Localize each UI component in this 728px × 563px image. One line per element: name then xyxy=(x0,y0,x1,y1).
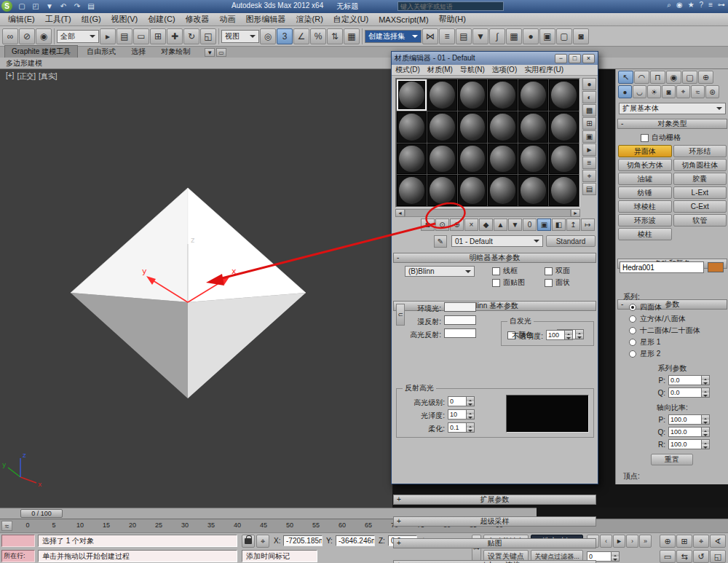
redo-icon[interactable]: ↷ xyxy=(71,1,83,12)
face-map-checkbox[interactable]: 面贴图 xyxy=(492,277,525,288)
select-and-link-icon[interactable]: ∞ xyxy=(2,28,18,44)
gengon-button[interactable]: 球棱柱 xyxy=(618,200,672,213)
maximize-button[interactable]: □ xyxy=(569,54,581,63)
align-icon[interactable]: ≡ xyxy=(439,28,455,44)
spin-down-icon[interactable] xyxy=(702,380,709,385)
select-and-rotate-icon[interactable]: ↻ xyxy=(183,28,199,44)
material-sample-slot[interactable] xyxy=(518,111,548,143)
menu-item[interactable]: 实用程序(U) xyxy=(521,65,567,75)
reset-button[interactable]: 重置 xyxy=(651,454,693,465)
spin-down-icon[interactable] xyxy=(565,335,572,339)
show-shaded-material-in-viewport-icon[interactable]: ▣ xyxy=(537,218,551,231)
x-coordinate-field[interactable]: -7205.185mm xyxy=(283,535,323,546)
ribbon-tab-graphite[interactable]: Graphite 建模工具 xyxy=(4,45,78,58)
capsule-button[interactable]: 胶囊 xyxy=(673,173,727,185)
material-sample-slot[interactable] xyxy=(518,175,548,206)
l-ext-button[interactable]: L-Ext xyxy=(673,186,727,199)
backlight-icon[interactable]: ◐ xyxy=(582,91,596,103)
rectangular-selection-region-icon[interactable]: ▭ xyxy=(133,28,149,44)
material-sample-slot[interactable] xyxy=(397,143,427,175)
ribbon-tab-freeform[interactable]: 自由形式 xyxy=(80,46,122,58)
app-logo-icon[interactable]: S xyxy=(1,1,12,12)
opacity-spinner[interactable]: 100 xyxy=(546,330,573,340)
material-sample-slot[interactable] xyxy=(397,111,427,143)
background-icon[interactable]: ▩ xyxy=(582,104,596,117)
polygon-modeling-panel-label[interactable]: 多边形建模 xyxy=(6,58,42,68)
close-button[interactable]: × xyxy=(582,54,595,63)
spin-down-icon[interactable] xyxy=(576,334,583,339)
menu-item[interactable]: 创建(C) xyxy=(143,13,180,25)
zoom-all-icon[interactable]: ⊞ xyxy=(676,535,692,548)
select-object-icon[interactable]: ▸ xyxy=(100,28,116,44)
ribbon-tab-object-paint[interactable]: 对象绘制 xyxy=(154,46,197,58)
material-editor-window[interactable]: 材质编辑器 - 01 - Default − □ × 模式(D)材质(M)导航(… xyxy=(391,51,598,484)
graphite-ribbon-toggle-icon[interactable]: ▼ xyxy=(472,28,488,44)
radio-star1[interactable]: 星形 1 xyxy=(629,337,660,347)
spin-down-icon[interactable] xyxy=(702,444,709,449)
material-sample-slot[interactable] xyxy=(458,111,488,143)
hierarchy-tab-icon[interactable]: ⊓ xyxy=(650,71,665,84)
macro-recorder-field[interactable] xyxy=(1,535,35,547)
scroll-track[interactable] xyxy=(405,209,571,217)
assign-material-to-selection-icon[interactable]: ⊕ xyxy=(450,218,464,231)
bind-to-space-warp-icon[interactable]: ◉ xyxy=(36,28,52,44)
pick-material-from-object-icon[interactable]: ✎ xyxy=(434,235,447,248)
select-and-scale-icon[interactable]: ◱ xyxy=(200,28,216,44)
field-of-view-icon[interactable]: ∢ xyxy=(710,535,726,548)
menu-item[interactable]: 材质(M) xyxy=(424,65,456,75)
object-name-field[interactable] xyxy=(620,261,704,273)
material-sample-slot[interactable] xyxy=(458,175,488,206)
material-id-channel-icon[interactable]: 0 xyxy=(523,218,537,231)
layer-manager-icon[interactable]: ▤ xyxy=(456,28,472,44)
material-sample-slot[interactable] xyxy=(427,175,457,206)
q-spinner[interactable]: 0.0 xyxy=(668,387,710,398)
ribbon-tab-selection[interactable]: 选择 xyxy=(124,46,152,58)
chamfer-cylinder-button[interactable]: 切角圆柱体 xyxy=(673,159,727,171)
hedra-face-upper-right[interactable] xyxy=(188,188,306,302)
p-spinner[interactable]: 0.0 xyxy=(668,375,710,385)
lights-category-icon[interactable]: ☀ xyxy=(647,85,661,98)
menu-item[interactable]: 导航(N) xyxy=(456,65,488,75)
material-sample-slot[interactable] xyxy=(488,79,518,111)
rollout-supersampling[interactable]: +超级采样 xyxy=(393,516,596,527)
scroll-right-icon[interactable]: ► xyxy=(571,209,580,217)
curve-editor-icon[interactable]: ∫ xyxy=(489,28,505,44)
axis-q-spinner[interactable]: 100.0 xyxy=(668,427,710,437)
select-and-move-icon[interactable]: ✚ xyxy=(167,28,183,44)
material-sample-slot[interactable] xyxy=(488,175,518,206)
material-sample-slot[interactable] xyxy=(427,143,457,175)
material-sample-slot[interactable] xyxy=(549,111,579,143)
material-sample-slot[interactable] xyxy=(549,175,579,206)
make-unique-icon[interactable]: ▲ xyxy=(494,218,507,231)
material-sample-slot[interactable] xyxy=(397,79,427,111)
go-forward-to-sibling-icon[interactable]: ↦ xyxy=(581,218,595,231)
spinner-snap-icon[interactable]: ⇅ xyxy=(327,28,343,44)
render-setup-icon[interactable]: ▣ xyxy=(539,28,555,44)
menu-item[interactable]: 编辑(E) xyxy=(3,13,40,25)
sample-uv-tiling-icon[interactable]: ⊞ xyxy=(582,117,596,130)
geometry-category-icon[interactable]: ● xyxy=(618,85,632,98)
menu-item[interactable]: 动画 xyxy=(215,13,241,25)
create-tab-icon[interactable]: ↖ xyxy=(618,71,633,84)
sample-type-icon[interactable]: ● xyxy=(582,78,596,90)
absolute-transform-icon[interactable]: ⌖ xyxy=(256,535,269,548)
go-to-end-icon[interactable]: » xyxy=(639,535,652,548)
menu-item[interactable]: 图形编辑器 xyxy=(241,13,291,25)
material-sample-slot[interactable] xyxy=(397,175,427,206)
ambient-color-swatch[interactable] xyxy=(444,302,476,312)
menu-item[interactable]: 渲染(R) xyxy=(291,13,328,25)
communication-center-icon[interactable]: ◉ xyxy=(676,1,683,9)
material-sample-slot[interactable] xyxy=(488,111,518,143)
edit-named-selection-sets-icon[interactable]: ▦ xyxy=(344,28,360,44)
rollout-maps[interactable]: +贴图 xyxy=(393,538,596,548)
save-file-icon[interactable]: ▼ xyxy=(44,1,55,12)
material-editor-titlebar[interactable]: 材质编辑器 - 01 - Default − □ × xyxy=(392,52,598,65)
spin-down-icon[interactable] xyxy=(467,414,474,419)
material-sample-slot[interactable] xyxy=(549,143,579,175)
systems-category-icon[interactable]: ⊛ xyxy=(705,85,719,98)
rollout-object-type[interactable]: - 对象类型 xyxy=(617,119,727,129)
select-by-name-icon[interactable]: ▤ xyxy=(116,28,132,44)
menu-item[interactable]: 视图(V) xyxy=(106,13,143,25)
chamfer-box-button[interactable]: 切角长方体 xyxy=(618,159,672,171)
timeline-ruler[interactable]: ≈ 051015202530354045505560657075808590 xyxy=(0,519,728,532)
